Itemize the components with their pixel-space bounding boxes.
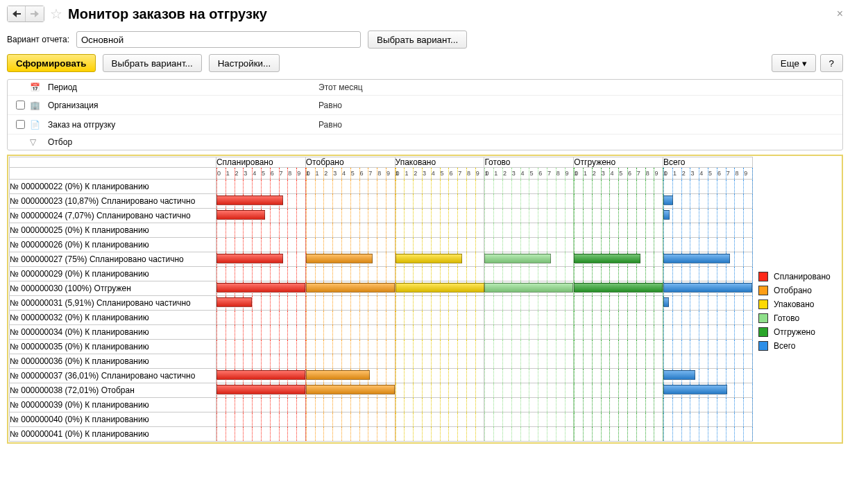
nav-back-button[interactable] <box>8 6 26 21</box>
row-label: № 000000034 (0%) К планированию <box>10 325 216 340</box>
table-row: № 000000030 (100%) Отгружен <box>10 281 753 296</box>
report-table: СпланированоОтобраноУпакованоГотовоОтгру… <box>9 157 753 442</box>
row-label: № 000000025 (0%) К планированию <box>10 223 216 238</box>
close-icon[interactable]: × <box>837 8 843 20</box>
table-row: № 000000022 (0%) К планированию <box>10 180 753 194</box>
legend-swatch <box>758 327 768 337</box>
row-label: № 000000024 (7,07%) Спланировано частичн… <box>10 209 216 223</box>
legend-label: Спланировано <box>774 272 831 281</box>
filter-panel: 📅ПериодЭтот месяц🏢ОрганизацияРавно📄Заказ… <box>7 79 843 150</box>
table-row: № 000000038 (72,01%) Отобран <box>10 383 753 398</box>
row-label: № 000000041 (0%) К планированию <box>10 427 216 442</box>
more-button[interactable]: Еще ▾ <box>772 54 816 72</box>
filter-checkbox[interactable] <box>16 101 25 110</box>
filter-name: Период <box>48 82 312 92</box>
filter-condition: Равно <box>318 101 342 110</box>
filter-icon: 📄 <box>30 120 41 130</box>
legend-label: Отгружено <box>774 327 815 337</box>
row-label: № 000000026 (0%) К планированию <box>10 238 216 252</box>
legend-item: Спланировано <box>758 272 831 281</box>
row-label: № 000000023 (10,87%) Спланировано частич… <box>10 194 216 209</box>
row-label: № 000000040 (0%) К планированию <box>10 412 216 427</box>
legend-item: Отгружено <box>758 327 831 337</box>
table-row: № 000000023 (10,87%) Спланировано частич… <box>10 194 753 209</box>
stage-header: Упаковано <box>395 157 484 168</box>
favorite-star-icon[interactable]: ☆ <box>50 6 62 22</box>
legend-item: Всего <box>758 341 831 351</box>
legend-item: Упаковано <box>758 299 831 309</box>
stage-header: Всего <box>663 157 753 168</box>
window-title: Монитор заказов на отгрузку <box>68 6 267 22</box>
filter-name: Заказ на отгрузку <box>48 120 312 130</box>
chevron-down-icon: ▾ <box>802 58 807 69</box>
legend-swatch <box>758 341 768 351</box>
table-row: № 000000025 (0%) К планированию <box>10 223 753 238</box>
table-row: № 000000032 (0%) К планированию <box>10 311 753 325</box>
filter-row: 🏢ОрганизацияРавно <box>8 96 842 115</box>
legend: СпланированоОтобраноУпакованоГотовоОтгру… <box>758 157 831 442</box>
settings-button[interactable]: Настройки... <box>209 54 280 72</box>
stage-header: Отобрано <box>305 157 395 168</box>
filter-icon: 🏢 <box>30 101 41 110</box>
help-button[interactable]: ? <box>820 54 843 72</box>
table-row: № 000000029 (0%) К планированию <box>10 267 753 281</box>
table-row: № 000000037 (36,01%) Спланировано частич… <box>10 369 753 383</box>
row-label: № 000000030 (100%) Отгружен <box>10 281 216 296</box>
filter-icon: ▽ <box>30 137 41 147</box>
legend-swatch <box>758 299 768 309</box>
legend-swatch <box>758 313 768 323</box>
row-label: № 000000029 (0%) К планированию <box>10 267 216 281</box>
table-row: № 000000026 (0%) К планированию <box>10 238 753 252</box>
legend-item: Готово <box>758 313 831 323</box>
filter-icon: 📅 <box>30 82 41 92</box>
row-label: № 000000037 (36,01%) Спланировано частич… <box>10 369 216 383</box>
table-row: № 000000039 (0%) К планированию <box>10 398 753 412</box>
row-label: № 000000039 (0%) К планированию <box>10 398 216 412</box>
stage-header: Спланировано <box>216 157 305 168</box>
filter-row: ▽Отбор <box>8 134 842 150</box>
legend-label: Всего <box>774 341 795 351</box>
legend-swatch <box>758 286 768 295</box>
row-label: № 000000032 (0%) К планированию <box>10 311 216 325</box>
legend-swatch <box>758 272 768 281</box>
row-label: № 000000022 (0%) К планированию <box>10 180 216 194</box>
row-label: № 000000038 (72,01%) Отобран <box>10 383 216 398</box>
table-row: № 000000034 (0%) К планированию <box>10 325 753 340</box>
filter-checkbox[interactable] <box>16 120 25 129</box>
row-label: № 000000035 (0%) К планированию <box>10 340 216 354</box>
stage-header: Готово <box>484 157 574 168</box>
row-label: № 000000036 (0%) К планированию <box>10 354 216 369</box>
filter-row: 📅ПериодЭтот месяц <box>8 80 842 96</box>
variant-input[interactable] <box>76 31 361 48</box>
stage-header: Отгружено <box>574 157 663 168</box>
table-row: № 000000035 (0%) К планированию <box>10 340 753 354</box>
choose-variant-button[interactable]: Выбрать вариант... <box>103 54 202 72</box>
legend-label: Готово <box>774 313 799 323</box>
filter-condition: Равно <box>318 120 342 130</box>
legend-item: Отобрано <box>758 286 831 295</box>
table-row: № 000000024 (7,07%) Спланировано частичн… <box>10 209 753 223</box>
filter-condition: Этот месяц <box>318 82 363 92</box>
filter-row: 📄Заказ на отгрузкуРавно <box>8 115 842 134</box>
table-row: № 000000027 (75%) Спланировано частично <box>10 252 753 267</box>
choose-variant-button-top[interactable]: Выбрать вариант... <box>368 31 467 49</box>
filter-name: Организация <box>48 101 312 110</box>
legend-label: Упаковано <box>774 299 815 309</box>
legend-label: Отобрано <box>774 286 812 295</box>
row-label: № 000000027 (75%) Спланировано частично <box>10 252 216 267</box>
generate-button[interactable]: Сформировать <box>7 54 96 72</box>
nav-forward-button[interactable] <box>26 6 44 21</box>
table-row: № 000000041 (0%) К планированию <box>10 427 753 442</box>
filter-name: Отбор <box>48 137 312 147</box>
table-row: № 000000036 (0%) К планированию <box>10 354 753 369</box>
table-row: № 000000031 (5,91%) Спланировано частичн… <box>10 296 753 311</box>
table-row: № 000000040 (0%) К планированию <box>10 412 753 427</box>
row-label: № 000000031 (5,91%) Спланировано частичн… <box>10 296 216 311</box>
variant-label: Вариант отчета: <box>7 35 69 44</box>
